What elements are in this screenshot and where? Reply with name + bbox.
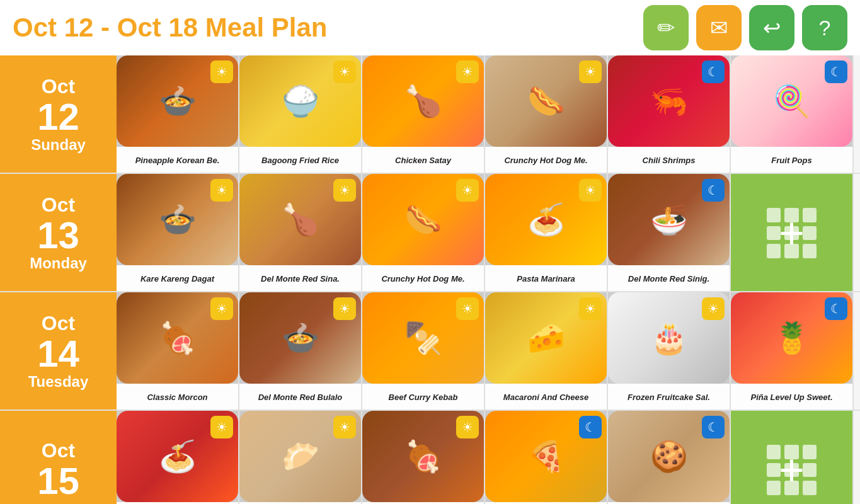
meal-time-badge: ☀: [579, 179, 602, 202]
meal-card[interactable]: 🍝☀Pasta Marinara: [485, 174, 608, 291]
meal-card[interactable]: 🍪☾Chips Snack: [608, 411, 731, 504]
meal-image: 🍗☀: [239, 174, 361, 265]
mail-button[interactable]: ✉: [696, 5, 742, 50]
meal-time-badge: ☀: [333, 416, 356, 438]
meal-image: 🍍☾: [731, 292, 852, 384]
meal-time-badge: ☾: [825, 297, 847, 320]
meal-time-badge: ☀: [333, 60, 356, 83]
month-label: Oct: [42, 193, 75, 217]
meal-image: 🍖☀: [362, 411, 484, 502]
meal-image: 🍪☾: [608, 411, 730, 502]
meals-row: 🍝☀Spaghetti🥟☀Dumplings🍖☀Pork Dish🍕☾Pizza…: [117, 411, 860, 504]
meal-time-badge: ☀: [210, 416, 233, 438]
meal-card[interactable]: 🍲☀Pineapple Korean Be.: [117, 55, 239, 173]
day-name: Tuesday: [28, 373, 89, 391]
meal-time-badge: ☾: [825, 60, 847, 83]
meal-time-badge: ☾: [579, 416, 602, 438]
meal-image: 🍭☾: [731, 55, 852, 147]
meal-image: 🥟☀: [239, 411, 361, 502]
meal-title: Piña Level Up Sweet.: [731, 384, 852, 410]
meal-card[interactable]: 🧀☀Macaroni And Cheese: [485, 292, 608, 410]
meal-card[interactable]: 🍗☀Chicken Satay: [362, 55, 485, 173]
month-label: Oct: [42, 312, 75, 335]
meal-card[interactable]: 🌭☀Crunchy Hot Dog Me.: [485, 55, 608, 173]
header-toolbar: ✏ ✉ ↩ ?: [643, 5, 847, 50]
day-name: Sunday: [31, 136, 86, 154]
meal-time-badge: ☀: [579, 297, 602, 320]
meal-card[interactable]: 🌭☀Crunchy Hot Dog Me.: [362, 174, 485, 291]
meals-row: 🍲☀Pineapple Korean Be.🍚☀Bagoong Fried Ri…: [117, 55, 860, 173]
reply-button[interactable]: ↩: [749, 5, 794, 50]
meal-image: 🍲☀: [117, 174, 238, 265]
meal-time-badge: ☀: [456, 416, 479, 438]
meal-time-badge: ☀: [333, 297, 356, 320]
meal-card[interactable]: 🍖☀Pork Dish: [362, 411, 485, 504]
day-name: Monday: [30, 255, 87, 272]
meal-title: Del Monte Red Sina.: [239, 265, 361, 291]
meal-image: 🍕☾: [485, 411, 607, 502]
meal-title: Bagoong Fried Rice: [239, 147, 361, 173]
meal-card[interactable]: +: [731, 174, 854, 291]
meal-card[interactable]: +: [731, 411, 854, 504]
meal-title: Chicken Satay: [362, 147, 484, 173]
meal-image: 🍗☀: [362, 55, 484, 147]
meal-card[interactable]: 🍍☾Piña Level Up Sweet.: [731, 292, 854, 410]
meal-time-badge: ☀: [702, 297, 725, 320]
meal-image: 🍢☀: [362, 292, 484, 384]
meal-time-badge: ☀: [456, 297, 479, 320]
meal-title: Pineapple Korean Be.: [117, 147, 238, 173]
meal-card[interactable]: 🍗☀Del Monte Red Sina.: [239, 174, 362, 291]
meal-title: Classic Morcon: [117, 384, 238, 410]
meal-card[interactable]: 🍲☀Kare Kareng Dagat: [117, 174, 239, 291]
meal-card[interactable]: 🍢☀Beef Curry Kebab: [362, 292, 485, 410]
day-label-15: Oct 15: [0, 411, 117, 504]
meal-image: 🍝☀: [485, 174, 607, 265]
month-label: Oct: [42, 439, 75, 462]
meal-image: 🦐☾: [608, 55, 730, 147]
header: Oct 12 - Oct 18 Meal Plan ✏ ✉ ↩ ?: [0, 0, 860, 55]
meal-time-badge: ☀: [579, 60, 602, 83]
meal-title: Pasta Marinara: [485, 265, 607, 291]
meal-title: Crunchy Hot Dog Me.: [485, 147, 607, 173]
day-label-13: Oct 13 Monday: [0, 174, 117, 291]
day-row: Oct 14 Tuesday 🍖☀Classic Morcon🍲☀Del Mon…: [0, 292, 860, 411]
page-title: Oct 12 - Oct 18 Meal Plan: [13, 13, 328, 43]
meal-image: 🌭☀: [362, 174, 484, 265]
meal-time-badge: ☀: [456, 179, 479, 202]
day-number: 15: [37, 462, 79, 500]
meal-card[interactable]: 🍕☾Pizza Bake: [485, 411, 608, 504]
meal-card[interactable]: 🍖☀Classic Morcon: [117, 292, 239, 410]
day-row: Oct 15 🍝☀Spaghetti🥟☀Dumplings🍖☀Pork Dish…: [0, 411, 860, 504]
meals-row: 🍲☀Kare Kareng Dagat🍗☀Del Monte Red Sina.…: [117, 174, 860, 291]
edit-button[interactable]: ✏: [643, 5, 689, 50]
meal-card[interactable]: 🍝☀Spaghetti: [117, 411, 239, 504]
meal-plan-grid: Oct 12 Sunday 🍲☀Pineapple Korean Be.🍚☀Ba…: [0, 55, 860, 504]
meal-title: Crunchy Hot Dog Me.: [362, 265, 484, 291]
meal-card[interactable]: 🥟☀Dumplings: [239, 411, 362, 504]
meal-title: Del Monte Red Sinig.: [608, 265, 730, 291]
day-number: 12: [37, 98, 79, 136]
month-label: Oct: [42, 75, 75, 98]
meal-image: 🎂☀: [608, 292, 730, 384]
meal-card[interactable]: 🍚☀Bagoong Fried Rice: [239, 55, 362, 173]
meal-time-badge: ☀: [210, 179, 233, 202]
meal-card[interactable]: 🍭☾Fruit Pops: [731, 55, 854, 173]
meal-time-badge: ☾: [702, 179, 725, 202]
help-button[interactable]: ?: [802, 5, 847, 50]
meal-title: Del Monte Red Bulalo: [239, 384, 361, 410]
meal-title: Fruit Pops: [731, 147, 852, 173]
day-label-12: Oct 12 Sunday: [0, 55, 117, 173]
meal-card[interactable]: 🍜☾Del Monte Red Sinig.: [608, 174, 731, 291]
meal-image: 🍖☀: [117, 292, 238, 384]
day-row: Oct 12 Sunday 🍲☀Pineapple Korean Be.🍚☀Ba…: [0, 55, 860, 174]
meal-image: 🍲☀: [117, 55, 238, 147]
meal-time-badge: ☀: [210, 297, 233, 320]
meal-time-badge: ☀: [333, 179, 356, 202]
meals-row: 🍖☀Classic Morcon🍲☀Del Monte Red Bulalo🍢☀…: [117, 292, 860, 410]
meal-card[interactable]: 🎂☀Frozen Fruitcake Sal.: [608, 292, 731, 410]
meal-card[interactable]: 🦐☾Chili Shrimps: [608, 55, 731, 173]
meal-image: 🌭☀: [485, 55, 607, 147]
meal-time-badge: ☾: [702, 416, 725, 438]
meal-image: 🍝☀: [117, 411, 238, 502]
meal-card[interactable]: 🍲☀Del Monte Red Bulalo: [239, 292, 362, 410]
